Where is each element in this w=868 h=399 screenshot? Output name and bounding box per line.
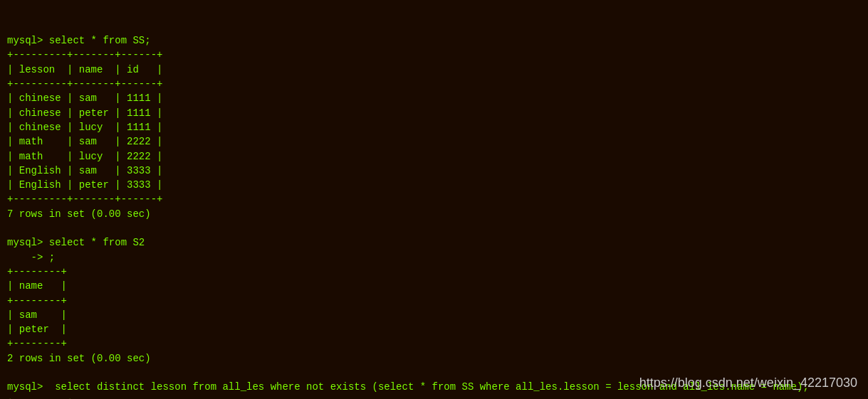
terminal-window: mysql> select * from SS; +---------+----…	[0, 0, 868, 399]
watermark: https://blog.csdn.net/weixin_42217030	[639, 374, 857, 392]
terminal-output: mysql> select * from SS; +---------+----…	[7, 33, 861, 399]
